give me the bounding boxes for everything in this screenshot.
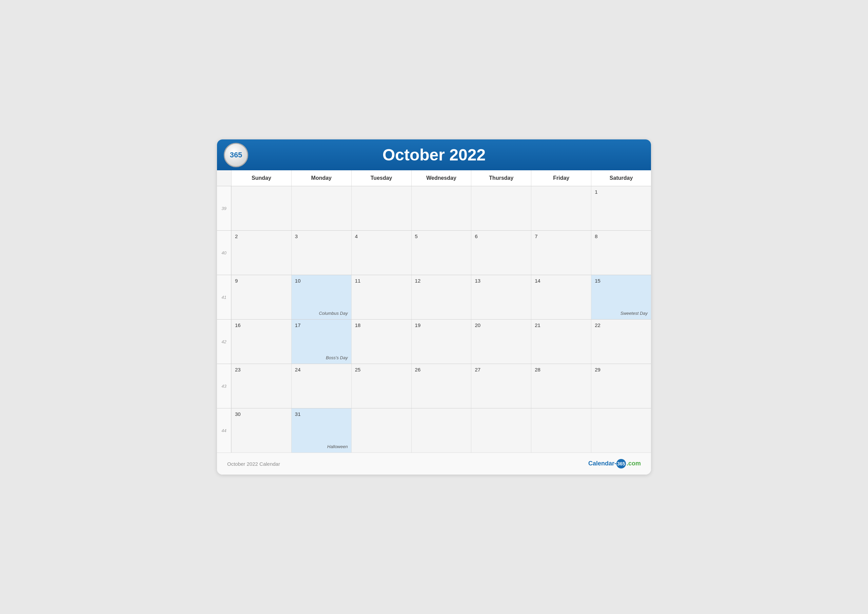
week-number-40: 40: [217, 231, 231, 275]
day-cell-8: 8: [591, 231, 651, 275]
footer-left-text: October 2022 Calendar: [227, 461, 280, 467]
day-cell-5: 5: [411, 231, 471, 275]
footer-calendar-label: Calendar-: [588, 460, 617, 467]
day-number: 7: [535, 233, 587, 239]
day-cell-empty: [471, 186, 531, 230]
day-cell-18: 18: [351, 320, 411, 364]
day-cell-26: 26: [411, 364, 471, 408]
day-number: 12: [415, 278, 468, 284]
day-cell-22: 22: [591, 320, 651, 364]
day-cell-13: 13: [471, 275, 531, 319]
calendar-container: 365 October 2022 SundayMondayTuesdayWedn…: [217, 140, 651, 474]
day-number: 1: [595, 189, 648, 195]
calendar-body: SundayMondayTuesdayWednesdayThursdayFrid…: [217, 170, 651, 452]
day-number: 11: [355, 278, 408, 284]
week-number-43: 43: [217, 364, 231, 408]
day-header-wednesday: Wednesday: [411, 170, 471, 186]
day-number: 14: [535, 278, 587, 284]
day-cell-28: 28: [531, 364, 591, 408]
week-number-42: 42: [217, 320, 231, 364]
calendar-row: 402345678: [217, 231, 651, 275]
calendar-row: 391: [217, 186, 651, 231]
day-cell-empty: [351, 186, 411, 230]
footer-365-badge: 365: [617, 459, 626, 468]
day-number: 23: [235, 367, 288, 373]
day-header-tuesday: Tuesday: [351, 170, 411, 186]
day-cell-empty: [291, 186, 351, 230]
calendar-row: 421617Boss's Day1819202122: [217, 320, 651, 364]
day-cell-17: 17Boss's Day: [291, 320, 351, 364]
day-cell-3: 3: [291, 231, 351, 275]
day-number: 31: [295, 411, 348, 417]
day-number: 30: [235, 411, 288, 417]
calendar-row: 4323242526272829: [217, 364, 651, 409]
day-cell-15: 15Sweetest Day: [591, 275, 651, 319]
day-cell-20: 20: [471, 320, 531, 364]
day-header-saturday: Saturday: [591, 170, 651, 186]
day-number: 27: [475, 367, 528, 373]
day-cell-empty: [351, 409, 411, 452]
day-cell-empty: [411, 186, 471, 230]
day-number: 29: [595, 367, 648, 373]
day-cell-14: 14: [531, 275, 591, 319]
day-number: 22: [595, 322, 648, 328]
day-cell-7: 7: [531, 231, 591, 275]
calendar-row: 41910Columbus Day1112131415Sweetest Day: [217, 275, 651, 320]
day-cell-2: 2: [231, 231, 291, 275]
days-header: SundayMondayTuesdayWednesdayThursdayFrid…: [217, 170, 651, 186]
day-number: 3: [295, 233, 348, 239]
holiday-label: Columbus Day: [319, 311, 347, 316]
day-header-sunday: Sunday: [231, 170, 291, 186]
day-number: 21: [535, 322, 587, 328]
day-cell-empty: [531, 409, 591, 452]
day-number: 10: [295, 278, 348, 284]
day-cell-29: 29: [591, 364, 651, 408]
holiday-label: Halloween: [327, 444, 348, 449]
calendar-grid: 39140234567841910Columbus Day1112131415S…: [217, 186, 651, 452]
day-header-friday: Friday: [531, 170, 591, 186]
day-cell-empty: [591, 409, 651, 452]
day-number: 16: [235, 322, 288, 328]
day-header-thursday: Thursday: [471, 170, 531, 186]
day-number: 8: [595, 233, 648, 239]
day-cell-19: 19: [411, 320, 471, 364]
logo-badge: 365: [224, 143, 248, 167]
day-number: 6: [475, 233, 528, 239]
calendar-row: 443031Halloween: [217, 409, 651, 452]
calendar-footer: October 2022 Calendar Calendar-365.com: [217, 452, 651, 474]
week-number-39: 39: [217, 186, 231, 230]
day-number: 19: [415, 322, 468, 328]
logo-text: 365: [230, 151, 242, 159]
day-cell-21: 21: [531, 320, 591, 364]
day-cell-empty: [531, 186, 591, 230]
day-cell-empty: [411, 409, 471, 452]
day-number: 26: [415, 367, 468, 373]
day-cell-empty: [231, 186, 291, 230]
day-cell-24: 24: [291, 364, 351, 408]
day-cell-6: 6: [471, 231, 531, 275]
day-cell-31: 31Halloween: [291, 409, 351, 452]
day-number: 15: [595, 278, 648, 284]
day-number: 25: [355, 367, 408, 373]
week-number-44: 44: [217, 409, 231, 452]
day-cell-1: 1: [591, 186, 651, 230]
day-number: 28: [535, 367, 587, 373]
day-cell-10: 10Columbus Day: [291, 275, 351, 319]
day-number: 5: [415, 233, 468, 239]
day-number: 9: [235, 278, 288, 284]
day-header-monday: Monday: [291, 170, 351, 186]
footer-right-brand: Calendar-365.com: [588, 459, 641, 468]
week-number-41: 41: [217, 275, 231, 319]
calendar-header: 365 October 2022: [217, 140, 651, 170]
week-num-header-empty: [217, 170, 231, 186]
day-number: 4: [355, 233, 408, 239]
day-cell-25: 25: [351, 364, 411, 408]
day-number: 17: [295, 322, 348, 328]
day-cell-12: 12: [411, 275, 471, 319]
day-cell-30: 30: [231, 409, 291, 452]
day-cell-empty: [471, 409, 531, 452]
calendar-title: October 2022: [383, 146, 485, 164]
footer-brand-text: Calendar-365.com: [588, 460, 641, 467]
footer-dot-com: .com: [626, 460, 641, 467]
day-cell-27: 27: [471, 364, 531, 408]
